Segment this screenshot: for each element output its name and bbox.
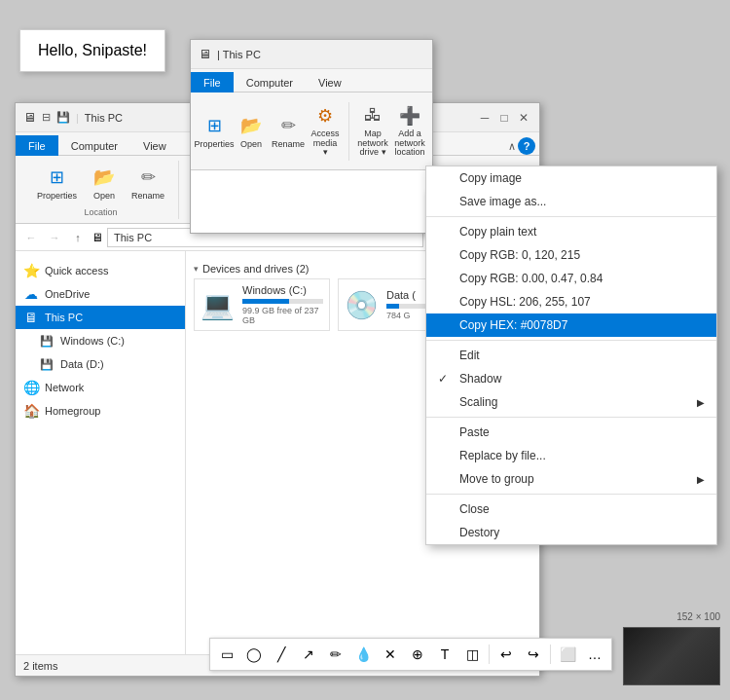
toolbar-separator1 [489, 645, 490, 664]
windows-c-drive-name: Windows (C:) [242, 284, 323, 296]
open-icon: 📂 [92, 166, 116, 189]
ctx-edit[interactable]: Edit [426, 344, 716, 367]
ctx-scaling[interactable]: Scaling ▶ [426, 390, 716, 414]
ctx-close[interactable]: Close [426, 497, 716, 521]
ctx-copy-image[interactable]: Copy image [426, 166, 716, 190]
tool-undo[interactable]: ↩ [493, 642, 519, 667]
tool-ellipse[interactable]: ◯ [241, 642, 267, 667]
main-tab-file[interactable]: File [16, 135, 58, 156]
rename-button[interactable]: ✏ Rename [126, 162, 170, 204]
context-menu: Copy image Save image as... Copy plain t… [425, 166, 717, 545]
ctx-destory[interactable]: Destory [426, 521, 716, 544]
ctx-copy-hsl[interactable]: Copy HSL: 206, 255, 107 [426, 290, 716, 313]
open-label: Open [93, 191, 115, 201]
secondary-properties-btn[interactable]: ⊞ Properties [197, 110, 232, 153]
secondary-add-location-label: Add a networklocation [394, 129, 425, 159]
secondary-rename-icon: ✏ [276, 114, 300, 137]
secondary-map-drive-icon: 🖧 [361, 104, 384, 128]
secondary-properties-label: Properties [194, 139, 234, 149]
sidebar-item-network[interactable]: 🌐 Network [16, 376, 185, 399]
ctx-save-image-as[interactable]: Save image as... [426, 190, 716, 213]
ctx-move-label: Move to group [459, 472, 534, 486]
main-tab-computer[interactable]: Computer [58, 135, 130, 156]
tool-fill[interactable]: 💧 [350, 642, 376, 667]
up-button[interactable]: ↑ [68, 228, 88, 247]
secondary-tab-computer[interactable]: Computer [234, 72, 306, 92]
collapse-ribbon-icon[interactable]: ∧ [506, 138, 518, 155]
tool-text[interactable]: T [432, 642, 457, 667]
tool-rectangle[interactable]: ▭ [214, 642, 239, 667]
sidebar-item-homegroup[interactable]: 🏠 Homegroup [16, 399, 185, 423]
location-group-label: Location [85, 207, 118, 217]
secondary-rename-btn[interactable]: ✏ Rename [271, 110, 306, 153]
status-text: 2 items [23, 660, 57, 672]
properties-button[interactable]: ⊞ Properties [31, 162, 83, 204]
tool-crosshair[interactable]: ⊕ [405, 642, 430, 667]
ctx-sep4 [426, 494, 716, 495]
ctx-copy-plain-text[interactable]: Copy plain text [426, 220, 716, 243]
secondary-access-media-btn[interactable]: ⚙ Accessmedia ▾ [308, 100, 343, 163]
ctx-copy-hex[interactable]: Copy HEX: #0078D7 [426, 313, 716, 337]
minimize-button[interactable]: ─ [477, 110, 493, 126]
ctx-sep2 [426, 340, 716, 341]
greeting-text: Hello, Snipaste! [38, 42, 147, 58]
secondary-map-drive-label: Map networkdrive ▾ [357, 129, 388, 159]
ctx-shadow[interactable]: ✓ Shadow [426, 367, 716, 390]
qat-icon1: ⊟ [42, 111, 51, 124]
ctx-paste-label: Paste [459, 425, 490, 439]
ctx-replace-by-file[interactable]: Replace by file... [426, 444, 716, 467]
ctx-paste[interactable]: Paste [426, 421, 716, 444]
devices-chevron-icon[interactable]: ▾ [194, 264, 199, 274]
sidebar-item-thispc[interactable]: 🖥 This PC [16, 306, 185, 329]
homegroup-label: Homegroup [45, 405, 100, 417]
ribbon-group-properties: ⊞ Properties 📂 Open ✏ Rename Location [23, 161, 179, 219]
maximize-button[interactable]: □ [496, 110, 512, 126]
secondary-tab-view[interactable]: View [306, 72, 354, 92]
sidebar-item-quickaccess[interactable]: ⭐ Quick access [16, 259, 185, 282]
tool-pen[interactable]: ✏ [323, 642, 348, 667]
tool-save-as[interactable]: ⬜ [555, 642, 580, 667]
tool-arrow[interactable]: ↗ [296, 642, 321, 667]
tool-mosaic[interactable]: ✕ [378, 642, 403, 667]
back-button[interactable]: ← [21, 228, 41, 247]
tool-more[interactable]: … [582, 642, 607, 667]
ctx-copy-hsl-label: Copy HSL: 206, 255, 107 [459, 295, 591, 309]
secondary-open-btn[interactable]: 📂 Open [234, 110, 269, 153]
secondary-add-location-btn[interactable]: ➕ Add a networklocation [392, 100, 427, 163]
sidebar-item-windows-c[interactable]: 💾 Windows (C:) [16, 329, 185, 352]
secondary-access-media-label: Accessmedia ▾ [311, 129, 340, 159]
onedrive-icon: ☁ [23, 286, 39, 302]
thispc-label: This PC [45, 312, 83, 323]
sidebar-item-onedrive[interactable]: ☁ OneDrive [16, 282, 185, 306]
ctx-move-to-group[interactable]: Move to group ▶ [426, 467, 716, 491]
close-button[interactable]: ✕ [516, 110, 531, 126]
windows-c-bar-fill [242, 299, 289, 304]
main-tab-view[interactable]: View [130, 135, 179, 156]
main-title-controls: ─ □ ✕ [477, 110, 531, 126]
main-title-left: 🖥 ⊟ 💾 | This PC [23, 110, 123, 125]
forward-button[interactable]: → [45, 228, 64, 247]
sidebar-item-data-d[interactable]: 💾 Data (D:) [16, 352, 185, 376]
thumbnail-content [624, 628, 719, 684]
ctx-copy-rgb-0[interactable]: Copy RGB: 0, 120, 215 [426, 243, 716, 267]
secondary-tab-file[interactable]: File [191, 72, 234, 92]
drive-item-windows-c[interactable]: 💻 Windows (C:) 99.9 GB free of 237 GB [194, 278, 330, 331]
ctx-copy-rgb-1[interactable]: Copy RGB: 0.00, 0.47, 0.84 [426, 267, 716, 290]
tool-redo[interactable]: ↪ [521, 642, 546, 667]
properties-label: Properties [37, 191, 77, 201]
ctx-shadow-check: ✓ [438, 372, 454, 386]
qat-separator: | [76, 112, 79, 124]
main-folder-icon: 🖥 [23, 110, 36, 125]
ctx-sep1 [426, 216, 716, 217]
windows-c-bar-bg [242, 299, 323, 304]
help-button[interactable]: ? [518, 137, 535, 155]
secondary-map-drive-btn[interactable]: 🖧 Map networkdrive ▾ [355, 100, 390, 163]
secondary-open-icon: 📂 [239, 114, 263, 137]
windows-c-label: Windows (C:) [60, 335, 125, 347]
open-button[interactable]: 📂 Open [87, 162, 122, 204]
tool-eraser[interactable]: ◫ [459, 642, 485, 667]
ctx-copy-image-label: Copy image [459, 171, 522, 185]
ctx-move-arrow-icon: ▶ [697, 474, 705, 485]
tool-line[interactable]: ╱ [269, 642, 294, 667]
rename-icon: ✏ [136, 166, 160, 189]
